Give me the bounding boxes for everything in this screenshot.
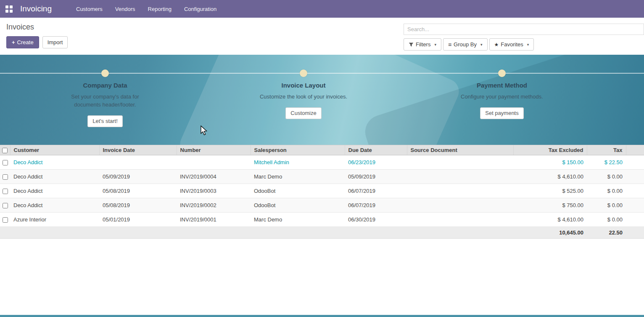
app-title[interactable]: Invoicing <box>20 4 52 13</box>
due-date-cell[interactable]: 06/23/2019 <box>345 155 407 170</box>
onboarding-step-company-data: Company Data Set your company's data for… <box>32 82 179 127</box>
apps-grid-square <box>10 10 13 13</box>
due-date-cell[interactable]: 06/07/2019 <box>345 184 407 198</box>
number-cell[interactable]: INV/2019/0003 <box>177 184 251 198</box>
column-header-number[interactable]: Number <box>177 145 251 155</box>
source-document-cell[interactable] <box>407 213 513 227</box>
apps-grid-square <box>5 10 8 13</box>
customer-cell[interactable]: Deco Addict <box>10 184 99 198</box>
column-header-invoice-date[interactable]: Invoice Date <box>99 145 177 155</box>
source-document-cell[interactable] <box>407 184 513 198</box>
chevron-down-icon: ▾ <box>480 43 483 47</box>
source-document-cell[interactable] <box>407 170 513 184</box>
due-date-cell[interactable]: 05/09/2019 <box>345 170 407 184</box>
source-document-cell[interactable] <box>407 155 513 170</box>
step-description: Customize the look of your invoices. <box>259 93 349 101</box>
tax-excluded-cell[interactable]: $ 4,610.00 <box>513 170 587 184</box>
search-input[interactable] <box>404 24 644 35</box>
timeline-dot-invoice-layout <box>300 69 307 77</box>
control-panel-right: Filters ▾ ≡ Group By ▾ ★ Favorites ▾ <box>404 18 644 55</box>
row-checkbox[interactable] <box>3 174 8 180</box>
invoice-date-cell[interactable]: 05/08/2019 <box>99 198 177 213</box>
invoice-row[interactable]: Deco Addict 05/08/2019 INV/2019/0003 Odo… <box>0 184 644 198</box>
plus-icon: + <box>12 39 15 45</box>
top-navbar: Invoicing Customers Vendors Reporting Co… <box>0 0 644 18</box>
tax-cell[interactable]: $ 0.00 <box>587 170 626 184</box>
menu-configuration[interactable]: Configuration <box>184 6 216 12</box>
row-spacer <box>626 227 644 239</box>
invoice-date-cell[interactable]: 05/08/2019 <box>99 184 177 198</box>
lets-start-button[interactable]: Let's start! <box>87 115 123 127</box>
number-cell[interactable]: INV/2019/0002 <box>177 198 251 213</box>
apps-menu-icon[interactable] <box>3 3 14 14</box>
customer-cell[interactable]: Deco Addict <box>10 170 99 184</box>
column-header-tax-excluded[interactable]: Tax Excluded <box>513 145 587 155</box>
invoice-row[interactable]: Deco Addict 05/09/2019 INV/2019/0004 Mar… <box>0 170 644 184</box>
select-all-checkbox[interactable] <box>2 148 8 153</box>
invoice-row[interactable]: Deco Addict 05/08/2019 INV/2019/0002 Odo… <box>0 198 644 213</box>
salesperson-cell[interactable]: OdooBot <box>251 184 345 198</box>
customize-button[interactable]: Customize <box>285 107 321 119</box>
salesperson-cell[interactable]: Marc Demo <box>251 213 345 227</box>
due-date-cell[interactable]: 06/07/2019 <box>345 198 407 213</box>
number-cell[interactable]: INV/2019/0004 <box>177 170 251 184</box>
onboarding-step-invoice-layout: Invoice Layout Customize the look of you… <box>230 82 377 119</box>
salesperson-cell[interactable]: Marc Demo <box>251 170 345 184</box>
invoice-row[interactable]: Azure Interior 05/01/2019 INV/2019/0001 … <box>0 213 644 227</box>
filter-icon <box>409 42 414 47</box>
tax-cell[interactable]: $ 22.50 <box>587 155 626 170</box>
tax-cell[interactable]: $ 0.00 <box>587 184 626 198</box>
filters-button-label: Filters <box>416 41 430 48</box>
tax-excluded-cell[interactable]: $ 750.00 <box>513 198 587 213</box>
tax-excluded-cell[interactable]: $ 525.00 <box>513 184 587 198</box>
invoice-date-cell[interactable]: 05/09/2019 <box>99 170 177 184</box>
row-spacer <box>626 155 644 170</box>
source-document-cell[interactable] <box>407 198 513 213</box>
column-header-spacer <box>626 145 644 155</box>
customer-cell[interactable]: Deco Addict <box>10 198 99 213</box>
create-button-label: Create <box>17 39 34 45</box>
tax-excluded-cell[interactable]: $ 4,610.00 <box>513 213 587 227</box>
salesperson-cell[interactable]: Mitchell Admin <box>251 155 345 170</box>
invoice-date-cell[interactable]: 05/01/2019 <box>99 213 177 227</box>
customer-cell[interactable]: Azure Interior <box>10 213 99 227</box>
timeline-dot-company-data <box>101 69 109 77</box>
favorites-button-label: Favorites <box>501 41 523 48</box>
onboarding-step-payment-method: Payment Method Configure your payment me… <box>428 82 575 119</box>
tax-excluded-cell[interactable]: $ 150.00 <box>513 155 587 170</box>
tax-cell[interactable]: $ 0.00 <box>587 213 626 227</box>
number-cell[interactable] <box>177 155 251 170</box>
chevron-down-icon: ▾ <box>527 43 529 47</box>
row-checkbox[interactable] <box>3 217 8 223</box>
due-date-cell[interactable]: 06/30/2019 <box>345 213 407 227</box>
row-spacer <box>626 184 644 198</box>
menu-vendors[interactable]: Vendors <box>115 6 135 12</box>
column-header-customer[interactable]: Customer <box>10 145 99 155</box>
create-button[interactable]: +Create <box>6 36 39 48</box>
step-description: Set your company's data for documents he… <box>60 93 150 109</box>
row-spacer <box>626 213 644 227</box>
set-payments-button[interactable]: Set payments <box>480 107 524 119</box>
column-header-salesperson[interactable]: Salesperson <box>251 145 345 155</box>
row-checkbox[interactable] <box>3 189 8 194</box>
import-button[interactable]: Import <box>42 36 68 48</box>
action-buttons: +Create Import <box>6 36 68 48</box>
page-title: Invoices <box>6 23 68 32</box>
menu-reporting[interactable]: Reporting <box>148 6 172 12</box>
tax-cell[interactable]: $ 0.00 <box>587 198 626 213</box>
column-header-tax[interactable]: Tax <box>587 145 626 155</box>
invoice-row[interactable]: Deco Addict Mitchell Admin 06/23/2019 $ … <box>0 155 644 170</box>
salesperson-cell[interactable]: OdooBot <box>251 198 345 213</box>
customer-cell[interactable]: Deco Addict <box>10 155 99 170</box>
column-header-due-date[interactable]: Due Date <box>345 145 407 155</box>
timeline-dot-payment-method <box>498 69 506 77</box>
column-header-source-document[interactable]: Source Document <box>407 145 513 155</box>
menu-customers[interactable]: Customers <box>76 6 103 12</box>
invoice-date-cell[interactable] <box>99 155 177 170</box>
favorites-button[interactable]: ★ Favorites ▾ <box>489 38 534 51</box>
group-by-button[interactable]: ≡ Group By ▾ <box>443 38 488 51</box>
filters-button[interactable]: Filters ▾ <box>404 38 441 51</box>
number-cell[interactable]: INV/2019/0001 <box>177 213 251 227</box>
row-checkbox[interactable] <box>3 160 8 165</box>
row-checkbox[interactable] <box>3 203 8 208</box>
